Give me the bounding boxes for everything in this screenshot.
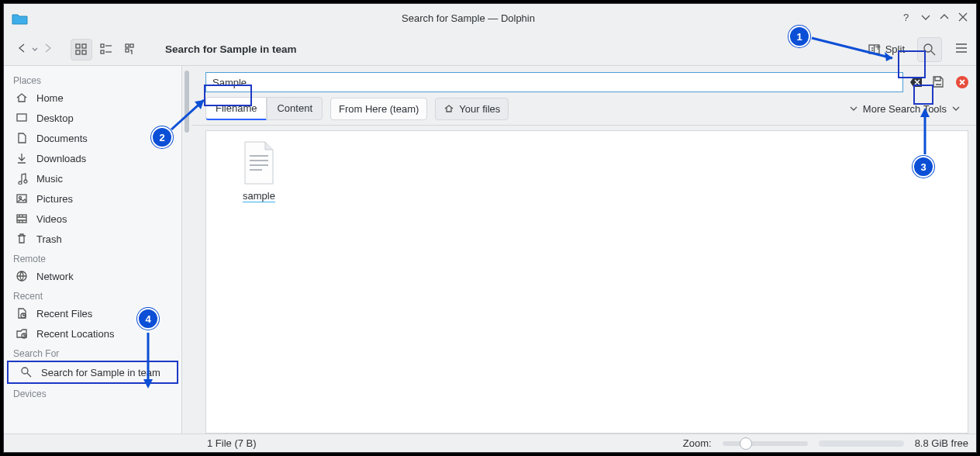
disk-usage-bar [819, 440, 904, 447]
annotation-box-save-search [913, 85, 933, 105]
search-filters: Filename Content From Here (team) Your f… [192, 95, 976, 126]
network-icon [15, 269, 29, 283]
desktop-icon [15, 111, 29, 125]
svg-rect-13 [17, 114, 26, 121]
sidebar-item-desktop[interactable]: Desktop [4, 108, 181, 128]
svg-rect-3 [76, 50, 80, 54]
search-icon [19, 365, 33, 379]
section-remote: Remote [4, 249, 181, 266]
svg-rect-7 [126, 44, 129, 47]
sidebar-item-label: Videos [36, 213, 67, 225]
svg-rect-8 [130, 44, 133, 47]
view-mode-group [71, 39, 142, 60]
sidebar-item-label: Home [36, 92, 64, 104]
annotation-3: 3 [913, 156, 934, 178]
main-panel: Filename Content From Here (team) Your f… [192, 66, 976, 434]
svg-rect-9 [126, 49, 129, 52]
svg-marker-23 [920, 108, 930, 117]
status-summary: 1 File (7 B) [207, 437, 257, 449]
results-view[interactable]: sample [205, 130, 968, 434]
music-icon [15, 171, 29, 185]
svg-marker-24 [143, 379, 153, 389]
sidebar-item-home[interactable]: Home [4, 88, 181, 108]
pictures-icon [15, 192, 29, 206]
annotation-box-search-button [898, 50, 926, 78]
more-search-tools[interactable]: More Search Tools [841, 98, 968, 119]
sidebar-item-label: Trash [36, 233, 62, 245]
details-view-button[interactable] [120, 39, 142, 60]
your-files-label: Your files [459, 103, 500, 115]
menu-button[interactable] [954, 41, 968, 57]
svg-point-20 [22, 368, 28, 374]
back-button[interactable] [12, 38, 32, 60]
svg-marker-21 [885, 52, 892, 61]
annotation-arrow-3 [919, 105, 934, 157]
svg-rect-5 [101, 44, 104, 47]
text-file-icon [240, 140, 278, 185]
close-search-button[interactable] [956, 76, 968, 88]
result-item[interactable]: sample [223, 140, 295, 202]
sidebar-item-music[interactable]: Music [4, 168, 181, 188]
compact-view-button[interactable] [95, 39, 117, 60]
window-title: Search for Sample — Dolphin [35, 12, 902, 24]
from-here-option[interactable]: From Here (team) [330, 98, 427, 120]
zoom-label: Zoom: [683, 437, 712, 449]
svg-rect-6 [101, 50, 104, 54]
section-places: Places [4, 71, 181, 88]
annotation-1: 1 [788, 26, 810, 47]
svg-text:?: ? [903, 12, 909, 22]
zoom-slider[interactable] [723, 441, 808, 446]
documents-icon [15, 131, 29, 145]
videos-icon [15, 212, 29, 226]
sidebar-item-label: Downloads [36, 153, 86, 164]
section-recent: Recent [4, 286, 181, 303]
svg-rect-2 [82, 44, 86, 48]
svg-rect-16 [17, 215, 26, 223]
chevron-down-icon [951, 104, 961, 113]
svg-rect-1 [76, 44, 80, 48]
result-filename: sample [243, 190, 275, 202]
minimize-button[interactable] [920, 12, 931, 25]
home-icon [15, 91, 29, 105]
sidebar-item-downloads[interactable]: Downloads [4, 148, 181, 168]
search-input[interactable] [211, 76, 898, 89]
sidebar-item-label: Network [36, 271, 74, 282]
app-icon [12, 12, 29, 26]
sidebar-item-pictures[interactable]: Pictures [4, 188, 181, 209]
sidebar-item-label: Pictures [36, 193, 73, 205]
annotation-4: 4 [137, 308, 159, 330]
back-dropdown-icon[interactable] [32, 43, 38, 55]
icons-view-button[interactable] [71, 39, 92, 60]
sidebar-item-label: Documents [36, 133, 88, 144]
annotation-arrow-2 [168, 95, 215, 134]
help-button[interactable]: ? [902, 12, 913, 25]
svg-rect-4 [82, 50, 86, 54]
sidebar-item-label: Desktop [36, 112, 74, 124]
annotation-arrow-4 [142, 330, 157, 392]
search-input-wrapper [205, 72, 903, 92]
free-space-label: 8.8 GiB free [915, 437, 968, 449]
sidebar-item-videos[interactable]: Videos [4, 209, 181, 229]
sidebar-item-label: Recent Files [36, 308, 92, 320]
sidebar-item-label: Music [36, 173, 63, 185]
downloads-icon [15, 151, 29, 165]
home-icon [443, 103, 454, 114]
sidebar-item-network[interactable]: Network [4, 266, 181, 286]
chevron-down-icon [849, 104, 858, 113]
annotation-arrow-1 [809, 35, 902, 66]
recent-files-icon [15, 306, 29, 320]
your-files-option[interactable]: Your files [435, 98, 509, 120]
trash-icon [15, 232, 29, 246]
status-bar: 1 File (7 B) Zoom: 8.8 GiB free [4, 434, 976, 452]
search-bar [192, 66, 976, 95]
sidebar-item-trash[interactable]: Trash [4, 229, 181, 249]
forward-button[interactable] [38, 38, 58, 60]
close-button[interactable] [958, 12, 968, 25]
svg-point-15 [19, 197, 22, 199]
recent-locations-icon [15, 326, 29, 340]
maximize-button[interactable] [939, 12, 950, 25]
title-bar: Search for Sample — Dolphin ? [4, 4, 976, 33]
tab-content[interactable]: Content [267, 97, 323, 120]
from-here-label: From Here (team) [339, 103, 419, 115]
location-label: Search for Sample in team [165, 43, 297, 55]
